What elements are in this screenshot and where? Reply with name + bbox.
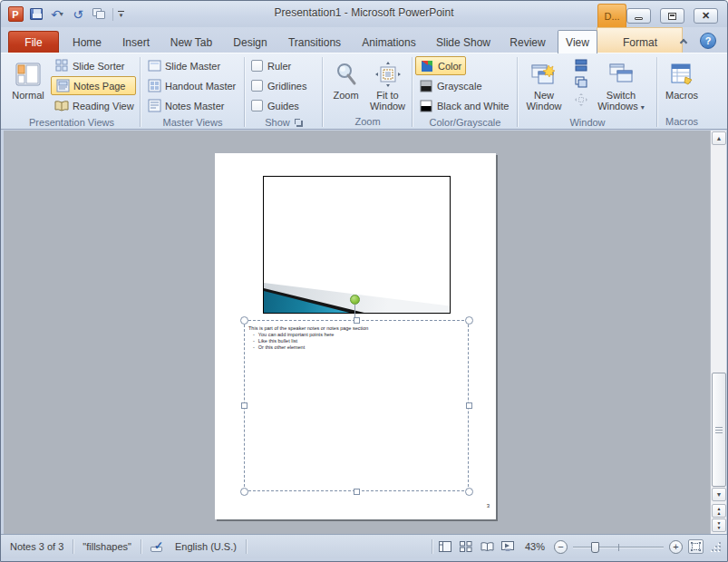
notes-page[interactable]: This is part of the speaker notes or not… [215,153,496,519]
tab-review[interactable]: Review [503,32,552,53]
slide-sorter-view-shortcut[interactable] [459,540,474,554]
tab-insert[interactable]: Insert [115,32,157,53]
spell-check-icon: ✓ [150,541,164,552]
fit-slide-to-window-button[interactable] [688,539,704,554]
group-label-window: Window [569,117,605,128]
zoom-slider-thumb[interactable] [591,542,599,553]
slide-sorter-button[interactable]: Slide Sorter [51,56,136,75]
drawing-tools-contextual-header[interactable]: D... [597,4,626,28]
thumb-grip-icon [715,427,723,433]
notes-master-icon [147,99,161,113]
tab-design[interactable]: Design [226,32,275,53]
tab-new-tab[interactable]: New Tab [164,32,218,53]
rotation-handle[interactable] [350,295,360,305]
arrange-all-icon[interactable] [574,58,588,73]
previous-slide-button[interactable]: ▲▲ [712,504,726,518]
switch-windows-icon [607,59,635,90]
spell-check-button[interactable]: ✓ [141,535,173,558]
slide-show-shortcut[interactable] [500,540,516,554]
ribbon: Normal Slide Sorter Notes Page [1,53,727,130]
guides-checkbox[interactable]: Guides [251,96,320,115]
restore-button[interactable] [660,8,684,24]
zoom-out-button[interactable]: − [554,540,568,554]
new-window-button[interactable]: New Window [520,56,568,114]
gridlines-checkbox[interactable]: Gridlines [251,76,320,95]
selection-handle-middle-right[interactable] [466,402,472,409]
group-label-master-views: Master Views [163,117,223,128]
slide-master-button[interactable]: Slide Master [143,56,241,75]
window-resize-grip[interactable] [713,542,722,551]
vertical-scrollbar[interactable]: ▲ ▼ ▲▲ ▼▼ [710,131,726,534]
checkbox-icon [251,60,263,72]
selection-handle-bottom-left[interactable] [240,488,248,496]
tab-format[interactable]: Format [597,32,683,53]
scroll-up-icon: ▲ [716,135,723,141]
group-window: New Window Swi [519,55,656,129]
theme-name[interactable]: "fillshapes" [73,535,141,558]
tab-file[interactable]: File [8,31,59,53]
ribbon-tab-row: File Home Insert New Tab Design Transiti… [1,27,727,53]
notes-bullet-row: - Like this bullet list [248,338,457,344]
next-slide-button[interactable]: ▼▼ [712,518,726,532]
reading-view-button[interactable]: Reading View [51,96,136,115]
selection-handle-top-left[interactable] [240,316,248,325]
dropdown-arrow-icon: ▾ [641,103,645,111]
selection-handle-top-center[interactable] [354,317,360,324]
notes-page-workspace[interactable]: This is part of the speaker notes or not… [4,131,726,534]
macros-button[interactable]: Macros [660,56,704,113]
tab-transitions[interactable]: Transitions [282,32,347,53]
slide-master-icon [147,59,161,73]
black-and-white-icon [419,99,433,113]
help-button[interactable]: ? [700,33,716,49]
scroll-up-button[interactable]: ▲ [712,131,726,145]
selection-handle-top-right[interactable] [465,316,473,325]
notes-page-button[interactable]: Notes Page [51,76,136,95]
switch-windows-button[interactable]: Switch Windows ▾ [595,56,647,114]
grayscale-button[interactable]: Grayscale [415,76,515,95]
black-and-white-button[interactable]: Black and White [415,96,515,115]
slide-thumbnail[interactable] [263,176,451,314]
scroll-down-button[interactable]: ▼ [712,488,726,501]
tab-slide-show[interactable]: Slide Show [431,32,496,53]
color-icon [420,59,434,73]
slide-decoration-gray-swoosh [264,177,450,313]
selection-handle-bottom-center[interactable] [354,489,360,495]
cascade-windows-icon[interactable] [574,75,588,90]
minimize-button[interactable] [626,8,651,24]
reading-view-shortcut[interactable] [480,540,495,554]
minus-icon: − [558,542,563,552]
tab-view[interactable]: View [558,30,597,53]
group-master-views: Slide Master Handout Master Notes Master [141,55,244,129]
slide-indicator[interactable]: Notes 3 of 3 [1,535,73,558]
language-indicator[interactable]: English (U.S.) [173,535,246,558]
normal-view-icon [15,59,42,90]
status-separator [246,539,247,554]
bullet-dash: - [253,332,255,338]
group-label-zoom: Zoom [354,116,380,127]
tab-animations[interactable]: Animations [354,32,423,53]
powerpoint-window: P ↶ ▾ ↺ ▾ Presentation1 - Microsoft Powe… [0,0,728,562]
handout-master-button[interactable]: Handout Master [143,76,241,95]
new-window-icon [530,59,558,90]
scrollbar-thumb[interactable] [712,373,726,487]
zoom-level[interactable]: 43% [521,541,548,552]
checkbox-icon [251,80,263,92]
group-macros: Macros Macros [658,55,705,129]
close-button[interactable]: ✕ [694,8,718,24]
ruler-checkbox[interactable]: Ruler [251,56,320,75]
zoom-button[interactable]: Zoom [326,56,366,113]
selection-handle-bottom-right[interactable] [465,488,473,496]
notes-master-button[interactable]: Notes Master [143,96,241,115]
tab-home[interactable]: Home [66,32,108,53]
normal-button[interactable]: Normal [5,56,51,115]
zoom-in-button[interactable]: + [669,540,683,554]
notes-text-block[interactable]: This is part of the speaker notes or not… [248,325,457,351]
move-split-icon[interactable] [574,92,588,107]
color-button[interactable]: Color [415,56,466,75]
fit-to-window-button[interactable]: Fit to Window [366,56,410,113]
bullet-dash: - [253,338,255,344]
normal-view-shortcut[interactable] [438,540,453,554]
selection-handle-middle-left[interactable] [241,402,248,409]
zoom-slider[interactable] [573,540,664,554]
show-dialog-launcher-icon[interactable] [294,118,303,127]
